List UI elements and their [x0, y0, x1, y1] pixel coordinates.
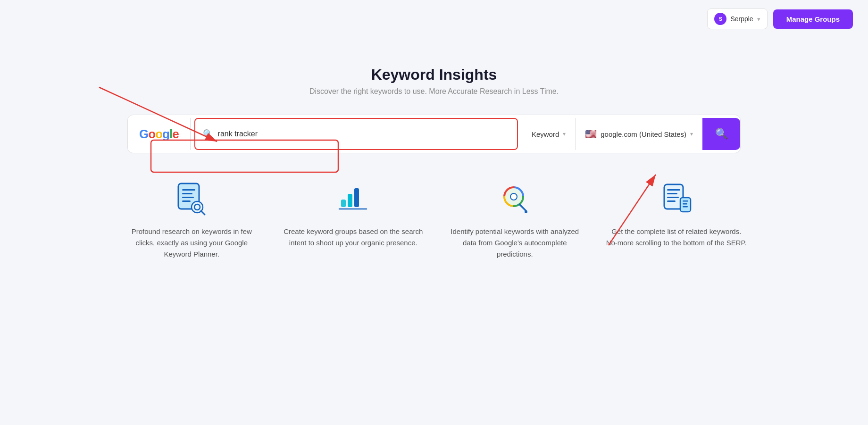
keyword-type-chevron-icon: ▾ — [563, 131, 566, 137]
header: S Serpple ▾ Manage Groups — [0, 0, 868, 38]
main-content: Keyword Insights Discover the right keyw… — [0, 38, 868, 260]
related-keywords-icon — [658, 180, 695, 217]
keyword-type-label: Keyword — [532, 130, 559, 138]
page-subtitle: Discover the right keywords to use. More… — [309, 87, 559, 96]
workspace-selector[interactable]: S Serpple ▾ — [707, 8, 767, 29]
svg-rect-10 — [354, 188, 359, 207]
location-label: google.com (United States) — [601, 130, 686, 138]
svg-rect-3 — [182, 193, 192, 194]
svg-line-8 — [201, 211, 205, 215]
keyword-search-input-wrapper: 🔍 — [194, 118, 518, 150]
svg-rect-18 — [667, 189, 680, 191]
search-bar: Google 🔍 Keyword ▾ 🇺🇸 google.com (United… — [127, 115, 741, 153]
keyword-research-icon — [173, 180, 210, 217]
svg-rect-23 — [683, 200, 688, 202]
feature-keyword-research: Profound research on keywords in few cli… — [121, 180, 262, 260]
google-e-red: e — [172, 127, 178, 141]
keyword-groups-text: Create keyword groups based on the searc… — [283, 226, 424, 249]
keyword-research-text: Profound research on keywords in few cli… — [121, 226, 262, 260]
svg-rect-24 — [683, 203, 687, 205]
svg-point-14 — [510, 193, 517, 200]
google-g-blue2: g — [162, 127, 169, 141]
keyword-groups-icon — [334, 180, 372, 217]
svg-rect-9 — [348, 194, 352, 207]
search-button[interactable]: 🔍 — [702, 118, 740, 150]
google-logo: Google — [128, 118, 191, 150]
svg-rect-22 — [680, 198, 691, 212]
svg-rect-19 — [667, 193, 677, 194]
manage-groups-button[interactable]: Manage Groups — [773, 9, 853, 29]
workspace-chevron-icon: ▾ — [757, 16, 760, 23]
google-o-red: o — [148, 127, 155, 141]
feature-keyword-groups: Create keyword groups based on the searc… — [283, 180, 424, 260]
svg-point-16 — [525, 210, 527, 213]
google-autocomplete-icon — [496, 180, 534, 217]
features-row: Profound research on keywords in few cli… — [116, 180, 752, 260]
page-title: Keyword Insights — [371, 66, 497, 83]
search-button-icon: 🔍 — [715, 128, 728, 140]
svg-rect-11 — [341, 200, 346, 207]
related-keywords-text: Get the complete list of related keyword… — [606, 226, 747, 249]
location-chevron-icon: ▾ — [690, 131, 693, 137]
search-icon: 🔍 — [203, 129, 213, 139]
us-flag-icon: 🇺🇸 — [585, 128, 597, 140]
keyword-type-dropdown[interactable]: Keyword ▾ — [522, 118, 575, 150]
google-autocomplete-text: Identify potential keywords with analyze… — [444, 226, 585, 260]
svg-rect-20 — [667, 197, 679, 198]
feature-google-autocomplete: Identify potential keywords with analyze… — [444, 180, 585, 260]
svg-rect-4 — [182, 197, 194, 198]
workspace-name: Serpple — [730, 15, 753, 23]
google-g-blue: G — [139, 127, 148, 141]
svg-rect-21 — [667, 200, 676, 202]
feature-related-keywords: Get the complete list of related keyword… — [606, 180, 747, 260]
svg-rect-25 — [683, 206, 688, 208]
svg-rect-2 — [182, 189, 195, 191]
keyword-search-input[interactable] — [218, 130, 509, 138]
location-dropdown[interactable]: 🇺🇸 google.com (United States) ▾ — [575, 118, 702, 150]
workspace-logo-icon: S — [714, 13, 726, 25]
svg-rect-5 — [182, 200, 191, 202]
svg-line-15 — [519, 204, 526, 211]
google-o-yellow: o — [155, 127, 162, 141]
